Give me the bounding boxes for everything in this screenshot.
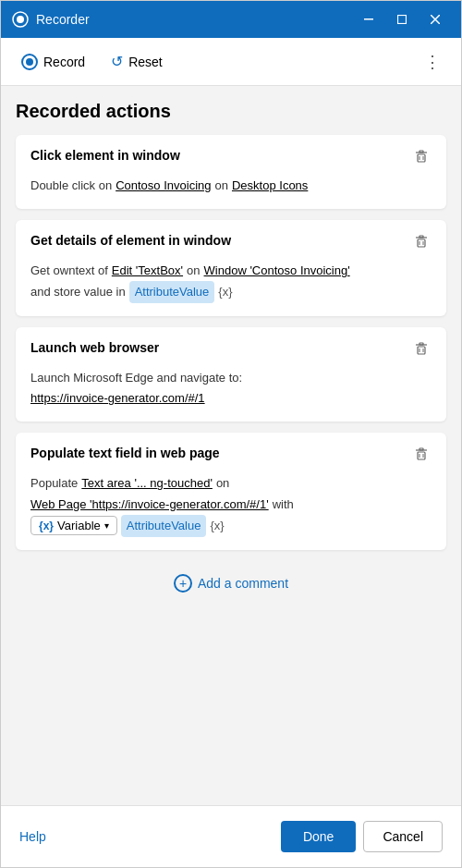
action-3-line-2: https://invoice-generator.com/#/1 (30, 388, 432, 409)
action-1-text-1: Double click on (30, 176, 112, 196)
svg-rect-11 (418, 239, 425, 247)
svg-rect-6 (418, 154, 425, 162)
curly-icon: {x} (39, 520, 54, 532)
close-button[interactable] (420, 5, 450, 34)
action-3-url: https://invoice-generator.com/#/1 (30, 388, 205, 409)
action-2-line-1: Get owntext of Edit 'TextBox' on Window … (30, 261, 432, 281)
variable-label: Variable (57, 519, 101, 532)
action-2-link-window: Window 'Contoso Invoicing' (204, 261, 350, 281)
action-card-3-header: Launch web browser (30, 340, 432, 361)
action-card-1-body: Double click on Contoso Invoicing on Des… (30, 176, 432, 196)
trash-icon (413, 148, 430, 165)
action-3-line-1: Launch Microsoft Edge and navigate to: (30, 368, 432, 388)
add-comment-button[interactable]: + Add a comment (16, 561, 446, 605)
maximize-button[interactable] (387, 5, 417, 34)
action-2-text-2: on (187, 261, 200, 281)
action-card-3-body: Launch Microsoft Edge and navigate to: h… (30, 368, 432, 409)
action-card-2: Get details of element in window Get own… (16, 220, 446, 316)
svg-rect-16 (418, 347, 425, 354)
action-4-text-1: Populate (30, 473, 78, 494)
record-circle-icon (21, 54, 38, 70)
action-4-line-1: Populate Text area '... ng-touched' on (30, 473, 432, 494)
svg-rect-21 (418, 452, 425, 459)
action-2-line-2: and store value in AttributeValue {x} (30, 281, 432, 303)
trash-icon (413, 446, 430, 462)
help-button[interactable]: Help (19, 829, 46, 844)
action-card-4: Populate text field in web page Populate… (16, 433, 446, 549)
trash-icon (413, 340, 430, 357)
action-1-text-2: on (215, 176, 228, 196)
action-2-text-1: Get owntext of (30, 261, 108, 281)
more-icon: ⋮ (424, 53, 441, 71)
action-card-1-title: Click element in window (30, 148, 180, 163)
action-2-curly: {x} (218, 282, 232, 302)
delete-action-1-button[interactable] (411, 148, 432, 168)
svg-rect-3 (398, 16, 407, 24)
more-options-button[interactable]: ⋮ (419, 48, 446, 76)
record-dot-icon (26, 58, 33, 66)
action-1-link-desktop: Desktop Icons (232, 176, 308, 196)
action-card-4-header: Populate text field in web page (30, 446, 432, 466)
svg-rect-18 (419, 343, 423, 345)
action-card-2-header: Get details of element in window (30, 233, 432, 253)
svg-rect-23 (419, 448, 423, 450)
app-icon (12, 11, 29, 28)
trash-icon (413, 233, 430, 250)
action-4-link-textarea: Text area '... ng-touched' (81, 473, 213, 494)
action-1-line-1: Double click on Contoso Invoicing on Des… (30, 176, 432, 196)
toolbar-left: Record ↺ Reset (16, 49, 168, 74)
action-2-link-textbox: Edit 'TextBox' (112, 261, 183, 281)
delete-action-3-button[interactable] (411, 340, 432, 361)
action-4-link-webpage: Web Page 'https://invoice-generator.com/… (30, 495, 269, 515)
delete-action-4-button[interactable] (411, 446, 432, 466)
minimize-button[interactable] (354, 5, 383, 34)
action-card-4-title: Populate text field in web page (30, 446, 220, 460)
action-card-3-title: Launch web browser (30, 340, 159, 355)
footer: Help Done Cancel (1, 805, 461, 867)
variable-button[interactable]: {x} Variable ▾ (30, 516, 117, 535)
add-comment-icon: + (174, 574, 192, 593)
dropdown-chevron-icon: ▾ (104, 520, 109, 531)
svg-rect-8 (419, 151, 423, 153)
done-button[interactable]: Done (281, 821, 356, 852)
svg-point-1 (17, 16, 24, 23)
recorder-window: Recorder Record (0, 0, 462, 868)
delete-action-2-button[interactable] (411, 233, 432, 253)
toolbar: Record ↺ Reset ⋮ (1, 38, 461, 86)
record-label: Record (43, 55, 85, 69)
action-4-line-2: Web Page 'https://invoice-generator.com/… (30, 495, 432, 515)
svg-rect-13 (419, 236, 423, 238)
action-3-text-1: Launch Microsoft Edge and navigate to: (30, 368, 242, 388)
reset-label: Reset (128, 55, 163, 69)
action-2-badge-attr: AttributeValue (129, 281, 215, 303)
action-card-2-body: Get owntext of Edit 'TextBox' on Window … (30, 261, 432, 303)
action-4-badge-attr: AttributeValue (121, 515, 207, 537)
action-card-3: Launch web browser Launch Microsoft Edge… (16, 327, 446, 422)
footer-buttons: Done Cancel (281, 821, 443, 852)
cancel-button[interactable]: Cancel (363, 821, 443, 852)
title-bar-left: Recorder (12, 11, 90, 28)
action-card-4-body: Populate Text area '... ng-touched' on W… (30, 473, 432, 536)
section-title: Recorded actions (16, 101, 446, 122)
action-4-curly: {x} (210, 516, 224, 536)
action-4-line-3: {x} Variable ▾ AttributeValue {x} (30, 515, 432, 537)
svg-rect-2 (364, 18, 373, 20)
action-4-text-2: on (216, 473, 229, 494)
action-card-1: Click element in window Double click on … (16, 135, 446, 209)
action-1-link-contoso: Contoso Invoicing (116, 176, 211, 196)
action-4-text-3: with (273, 495, 294, 515)
title-controls (354, 5, 450, 34)
main-content: Recorded actions Click element in window (1, 86, 461, 805)
reset-button[interactable]: ↺ Reset (105, 49, 168, 74)
window-title: Recorder (36, 12, 90, 27)
record-button[interactable]: Record (16, 50, 91, 74)
add-comment-label: Add a comment (198, 576, 288, 591)
action-card-2-title: Get details of element in window (30, 233, 231, 248)
action-card-1-header: Click element in window (30, 148, 432, 168)
title-bar: Recorder (1, 1, 461, 38)
reset-icon: ↺ (111, 53, 123, 70)
action-2-text-3: and store value in (30, 282, 126, 302)
